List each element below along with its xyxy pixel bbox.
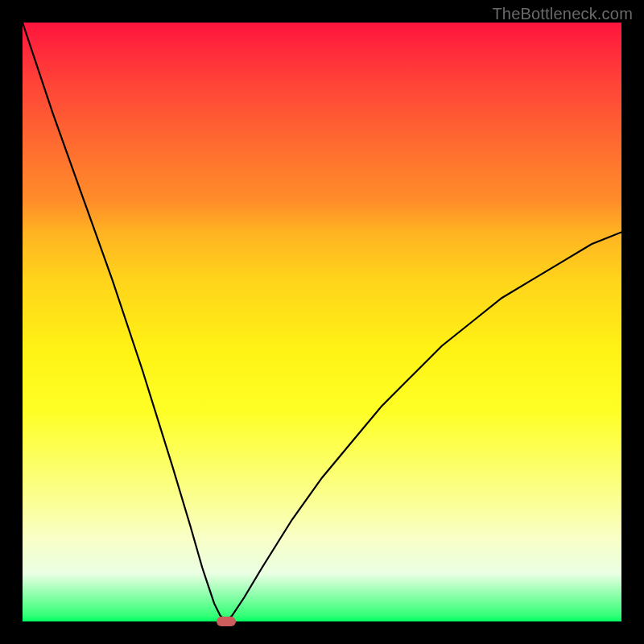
watermark-text: TheBottleneck.com bbox=[492, 5, 633, 23]
bottleneck-curve bbox=[23, 23, 621, 621]
min-marker bbox=[217, 617, 236, 626]
curve-layer bbox=[23, 23, 621, 621]
plot-area bbox=[23, 23, 621, 621]
chart-frame: TheBottleneck.com bbox=[0, 0, 644, 644]
